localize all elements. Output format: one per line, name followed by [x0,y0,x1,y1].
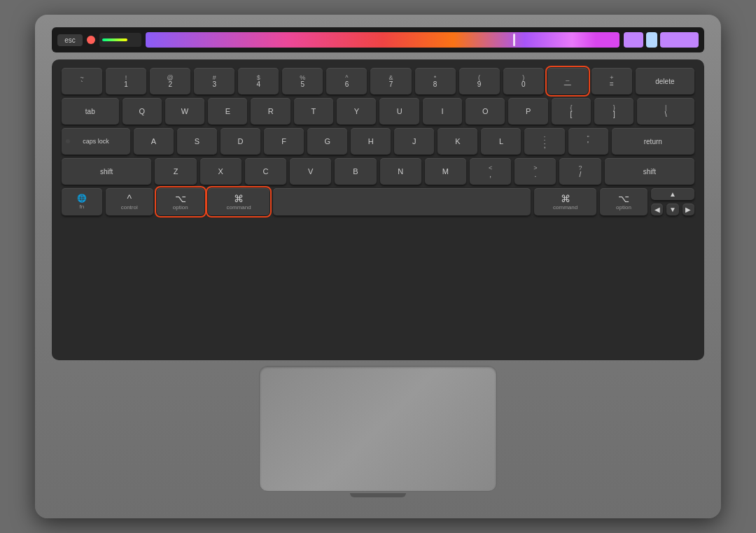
key-command-left[interactable]: ⌘ command [208,188,270,215]
tb-close-dot [87,36,95,44]
key-9[interactable]: (9 [459,68,500,94]
key-m[interactable]: M [425,158,466,185]
tb-widget-1 [624,32,643,48]
key-y[interactable]: Y [337,98,376,125]
key-tab[interactable]: tab [62,98,119,125]
key-q[interactable]: Q [122,98,162,125]
arrow-up-row: ▲ [651,188,694,200]
key-5[interactable]: %5 [282,68,323,94]
key-v[interactable]: V [290,158,331,185]
key-x[interactable]: X [200,158,241,185]
key-return[interactable]: return [612,128,694,155]
key-j[interactable]: J [394,128,434,155]
arrow-cluster: ▲ ◀ ▼ ▶ [651,188,694,215]
number-row: ~` !1 @2 #3 $4 %5 ^6 &7 *8 (9 )0 _— += d… [62,68,694,94]
key-6[interactable]: ^6 [326,68,367,94]
key-c[interactable]: C [245,158,286,185]
key-comma[interactable]: <, [470,158,511,185]
keyboard: ~` !1 @2 #3 $4 %5 ^6 &7 *8 (9 )0 _— += d… [52,59,704,360]
key-e[interactable]: E [208,98,247,125]
key-z[interactable]: Z [155,158,196,185]
key-l[interactable]: L [481,128,521,155]
trackpad[interactable] [259,366,497,492]
key-f[interactable]: F [264,128,304,155]
touch-bar-strip[interactable] [146,32,620,48]
key-4[interactable]: $4 [238,68,279,94]
key-o[interactable]: O [465,98,505,125]
key-h[interactable]: H [351,128,391,155]
tb-slider-bar [102,38,127,41]
asdf-row: caps lock A S D F G H J K L :; "' return [62,128,694,155]
tb-widget-3 [660,32,699,48]
key-u[interactable]: U [379,98,419,125]
tb-right-widgets [624,32,699,48]
key-option-right[interactable]: ⌥ option [600,188,648,215]
tb-slider [99,33,141,47]
arrow-down-row: ◀ ▼ ▶ [651,204,694,215]
key-arrow-down[interactable]: ▼ [666,204,678,215]
key-7[interactable]: &7 [370,68,411,94]
key-b[interactable]: B [335,158,376,185]
key-quote[interactable]: "' [568,128,608,155]
key-shift-right[interactable]: shift [605,158,694,185]
key-2[interactable]: @2 [150,68,190,94]
bottom-area [52,366,704,497]
key-w[interactable]: W [165,98,204,125]
key-semicolon[interactable]: :; [524,128,564,155]
key-p[interactable]: P [508,98,547,125]
key-capslock[interactable]: caps lock [62,128,130,155]
key-slash[interactable]: ?/ [559,158,601,185]
key-1[interactable]: !1 [106,68,146,94]
tb-controls [87,36,95,44]
key-control[interactable]: ^ control [106,188,153,215]
key-shift-left[interactable]: shift [62,158,151,185]
key-n[interactable]: N [380,158,421,185]
key-fn[interactable]: 🌐 fn [62,188,102,215]
key-8[interactable]: *8 [415,68,456,94]
key-r[interactable]: R [251,98,290,125]
key-rbracket[interactable]: }] [594,98,634,125]
tb-strip-handle [513,34,515,46]
key-arrow-right[interactable]: ▶ [682,204,694,215]
key-k[interactable]: K [438,128,477,155]
key-minus[interactable]: _— [547,68,588,94]
key-space[interactable] [273,188,531,215]
key-lbracket[interactable]: {[ [552,98,591,125]
zxcv-row: shift Z X C V B N M <, >. ?/ shift [62,158,694,185]
key-arrow-left[interactable]: ◀ [651,204,663,215]
key-arrow-up[interactable]: ▲ [651,188,694,200]
key-equals[interactable]: += [592,68,632,94]
laptop-notch [350,493,406,497]
key-backslash[interactable]: |\ [637,98,694,125]
qwerty-row: tab Q W E R T Y U I O P {[ }] |\ [62,98,694,125]
key-delete[interactable]: delete [636,68,694,94]
bottom-row: 🌐 fn ^ control ⌥ option ⌘ command ⌘ [62,188,694,215]
touch-bar: esc [52,27,704,52]
key-tilde[interactable]: ~` [62,68,102,94]
tb-widget-2 [646,32,657,48]
key-a[interactable]: A [134,128,174,155]
esc-key[interactable]: esc [57,34,83,46]
key-period[interactable]: >. [514,158,556,185]
key-0[interactable]: )0 [503,68,544,94]
laptop-body: esc ~` !1 @2 #3 $4 %5 ^6 &7 *8 (9 [35,15,721,518]
key-3[interactable]: #3 [194,68,234,94]
key-i[interactable]: I [423,98,462,125]
key-t[interactable]: T [294,98,333,125]
key-d[interactable]: D [220,128,260,155]
key-command-right[interactable]: ⌘ command [534,188,596,215]
key-g[interactable]: G [307,128,347,155]
key-s[interactable]: S [177,128,217,155]
key-option-left[interactable]: ⌥ option [157,188,204,215]
